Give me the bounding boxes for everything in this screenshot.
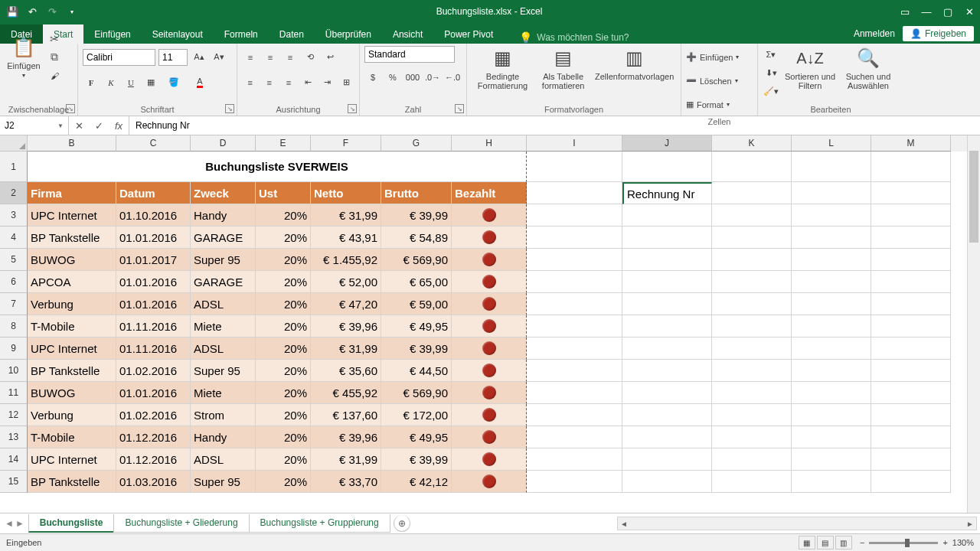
- minimize-icon[interactable]: —: [916, 0, 937, 23]
- cell[interactable]: [622, 249, 712, 271]
- cell[interactable]: [712, 382, 792, 404]
- cell[interactable]: [527, 471, 622, 493]
- cell-bezahlt[interactable]: [452, 315, 527, 337]
- cell[interactable]: [622, 293, 712, 315]
- dialog-launcher-icon[interactable]: ↘: [455, 104, 464, 113]
- cell-brutto[interactable]: € 39,99: [381, 337, 452, 360]
- cell[interactable]: [871, 182, 951, 204]
- cell[interactable]: [712, 360, 792, 382]
- cell[interactable]: [792, 382, 871, 404]
- align-top-button[interactable]: ≡: [242, 49, 259, 66]
- cell[interactable]: [712, 182, 792, 204]
- cell-zweck[interactable]: ADSL: [191, 337, 256, 360]
- column-header[interactable]: B: [28, 135, 116, 152]
- format-as-table-button[interactable]: ▤ Als Tabelle formatieren: [537, 46, 590, 90]
- cell-firma[interactable]: BP Tankstelle: [28, 227, 116, 249]
- cell-netto[interactable]: € 39,96: [311, 426, 381, 448]
- cell[interactable]: [871, 249, 951, 271]
- cell-netto[interactable]: € 1.455,92: [311, 249, 381, 271]
- column-header[interactable]: I: [527, 135, 622, 152]
- cell[interactable]: [871, 426, 951, 448]
- cell[interactable]: [871, 448, 951, 471]
- scrollbar-thumb[interactable]: [969, 151, 978, 243]
- cell-datum[interactable]: 01.01.2016: [116, 382, 191, 404]
- enter-formula-button[interactable]: ✓: [89, 120, 109, 132]
- insert-cells-button[interactable]: ➕Einfügen▾: [686, 46, 753, 68]
- cell-bezahlt[interactable]: [452, 404, 527, 426]
- cell-brutto[interactable]: € 59,00: [381, 293, 452, 315]
- cell-datum[interactable]: 01.01.2016: [116, 271, 191, 293]
- scroll-right-button[interactable]: ►: [964, 520, 976, 528]
- name-box[interactable]: J2 ▼: [0, 116, 69, 135]
- cell-datum[interactable]: 01.12.2016: [116, 448, 191, 471]
- cell-zweck[interactable]: Handy: [191, 204, 256, 227]
- sheet-tab[interactable]: Buchungsliste + Gruppierung: [249, 514, 390, 533]
- cell-firma[interactable]: BP Tankstelle: [28, 471, 116, 493]
- view-pagelayout-button[interactable]: ▤: [817, 536, 834, 549]
- row-header[interactable]: 6: [0, 271, 28, 293]
- cell-zweck[interactable]: Strom: [191, 404, 256, 426]
- percent-button[interactable]: %: [384, 69, 401, 86]
- cell[interactable]: [871, 204, 951, 227]
- cell[interactable]: [871, 227, 951, 249]
- title-cell[interactable]: Buchungsliste SVERWEIS: [28, 152, 527, 182]
- cell[interactable]: [712, 426, 792, 448]
- cell-ust[interactable]: 20%: [256, 204, 311, 227]
- row-header[interactable]: 8: [0, 315, 28, 337]
- cell-ust[interactable]: 20%: [256, 271, 311, 293]
- align-right-button[interactable]: ≡: [280, 74, 296, 91]
- align-center-button[interactable]: ≡: [261, 74, 277, 91]
- cell-firma[interactable]: BUWOG: [28, 249, 116, 271]
- cell[interactable]: [871, 404, 951, 426]
- row-header[interactable]: 10: [0, 360, 28, 382]
- sort-filter-button[interactable]: A↓Z Sortieren und Filtern: [782, 46, 838, 90]
- zoom-in-button[interactable]: +: [942, 538, 947, 547]
- cell[interactable]: [712, 448, 792, 471]
- cell[interactable]: [622, 426, 712, 448]
- cell[interactable]: [527, 448, 622, 471]
- cell-ust[interactable]: 20%: [256, 448, 311, 471]
- cell-netto[interactable]: € 33,70: [311, 471, 381, 493]
- cell[interactable]: [792, 471, 871, 493]
- table-header[interactable]: Bezahlt: [452, 182, 527, 204]
- table-header[interactable]: Netto: [311, 182, 381, 204]
- cell[interactable]: [712, 204, 792, 227]
- font-name-combo[interactable]: [83, 49, 155, 66]
- column-header[interactable]: C: [116, 135, 191, 152]
- comma-button[interactable]: 000: [404, 69, 421, 86]
- sheet-nav-prev[interactable]: ◄: [5, 518, 14, 529]
- cell-ust[interactable]: 20%: [256, 471, 311, 493]
- cell-netto[interactable]: € 137,60: [311, 404, 381, 426]
- cell-zweck[interactable]: Super 95: [191, 360, 256, 382]
- cell[interactable]: [527, 315, 622, 337]
- find-select-button[interactable]: 🔍 Suchen und Auswählen: [841, 46, 896, 90]
- cell-ust[interactable]: 20%: [256, 360, 311, 382]
- underline-button[interactable]: U: [122, 74, 139, 91]
- bold-button[interactable]: F: [83, 74, 100, 91]
- cell-ust[interactable]: 20%: [256, 227, 311, 249]
- cell-datum[interactable]: 01.12.2016: [116, 426, 191, 448]
- vertical-scrollbar[interactable]: [967, 135, 980, 513]
- tell-me-search[interactable]: 💡 Was möchten Sie tun?: [519, 31, 629, 44]
- cell-zweck[interactable]: Handy: [191, 426, 256, 448]
- cell-bezahlt[interactable]: [452, 426, 527, 448]
- sheet-tab[interactable]: Buchungsliste: [28, 514, 115, 533]
- save-icon[interactable]: 💾: [5, 4, 20, 19]
- tab-view[interactable]: Ansicht: [382, 24, 433, 44]
- cell-bezahlt[interactable]: [452, 249, 527, 271]
- ribbon-options-icon[interactable]: ▭: [894, 0, 916, 23]
- dialog-launcher-icon[interactable]: ↘: [348, 104, 357, 113]
- cell[interactable]: [792, 360, 871, 382]
- cell-bezahlt[interactable]: [452, 448, 527, 471]
- cell[interactable]: [792, 249, 871, 271]
- column-header[interactable]: K: [712, 135, 792, 152]
- select-all-corner[interactable]: [0, 135, 28, 152]
- cell[interactable]: [792, 152, 871, 182]
- cell[interactable]: [712, 293, 792, 315]
- cell[interactable]: [527, 360, 622, 382]
- increase-font-button[interactable]: A▴: [191, 49, 207, 66]
- cell-firma[interactable]: APCOA: [28, 271, 116, 293]
- cell-brutto[interactable]: € 65,00: [381, 271, 452, 293]
- cell[interactable]: [527, 249, 622, 271]
- increase-decimal-button[interactable]: .0→: [424, 69, 441, 86]
